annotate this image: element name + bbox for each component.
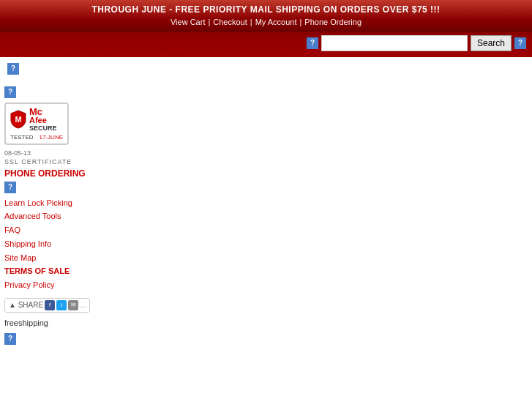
sidebar-item-terms-of-sale[interactable]: TERMS OF SALE (4, 264, 91, 278)
email-icon[interactable]: ✉ (68, 300, 78, 310)
search-input[interactable] (321, 35, 468, 51)
left-sidebar: ? M Mc Afee SECURE TESTED (0, 81, 95, 351)
mcafee-logo: M Mc Afee SECURE (10, 107, 63, 133)
share-bar[interactable]: ▲ SHARE f t ✉ ... (4, 298, 90, 313)
promo-text: THROUGH JUNE - FREE PRIORITY MAIL SHIPPI… (7, 4, 525, 15)
share-more: ... (80, 301, 86, 309)
mcafee-badge: M Mc Afee SECURE TESTED 17-JUNE (4, 102, 69, 145)
sidebar-item-advanced-tools[interactable]: Advanced Tools (4, 209, 91, 223)
mcafee-shield-icon: M (10, 110, 26, 129)
date-text: 08-05-13 (4, 149, 91, 157)
free-shipping-text: freeshipping (4, 318, 91, 327)
search-button[interactable]: Search (471, 35, 512, 51)
help-icon-logo[interactable]: ? (7, 63, 19, 75)
sidebar-nav: Learn Lock Picking Advanced Tools FAQ Sh… (4, 196, 91, 292)
top-nav-links: View Cart | Checkout | My Account | Phon… (7, 18, 525, 26)
help-icon-search[interactable]: ? (514, 37, 526, 49)
sidebar-item-faq[interactable]: FAQ (4, 223, 91, 237)
help-icon-sidebar[interactable]: ? (4, 86, 16, 98)
phone-ordering-label: PHONE ORDERING (4, 168, 91, 179)
help-icon-bottom[interactable]: ? (4, 333, 16, 345)
mcafee-badge-container: M Mc Afee SECURE TESTED 17-JUNE (4, 102, 91, 145)
svg-text:M: M (15, 115, 21, 124)
search-row: ? Search ? (0, 32, 532, 57)
twitter-icon[interactable]: t (56, 300, 67, 310)
share-label: ▲ SHARE (9, 301, 43, 309)
ssl-text: SSL CERTIFICATE (4, 158, 91, 165)
facebook-icon[interactable]: f (45, 300, 55, 310)
help-icon-header[interactable]: ? (307, 37, 318, 49)
sidebar-item-site-map[interactable]: Site Map (4, 251, 91, 265)
top-banner: THROUGH JUNE - FREE PRIORITY MAIL SHIPPI… (0, 0, 532, 32)
main-body: ? M Mc Afee SECURE TESTED (0, 81, 532, 351)
main-content (95, 81, 532, 92)
view-cart-link[interactable]: View Cart (171, 18, 205, 26)
mcafee-tested-row: TESTED 17-JUNE (10, 134, 63, 141)
sidebar-item-privacy-policy[interactable]: Privacy Policy (4, 278, 91, 292)
my-account-link[interactable]: My Account (255, 18, 297, 26)
checkout-link[interactable]: Checkout (213, 18, 247, 26)
sidebar-item-learn-lock-picking[interactable]: Learn Lock Picking (4, 196, 91, 210)
header-area: ? (0, 57, 532, 81)
phone-ordering-link[interactable]: Phone Ordering (304, 18, 361, 26)
help-icon-phone[interactable]: ? (4, 182, 16, 193)
sidebar-item-shipping-info[interactable]: Shipping Info (4, 237, 91, 251)
